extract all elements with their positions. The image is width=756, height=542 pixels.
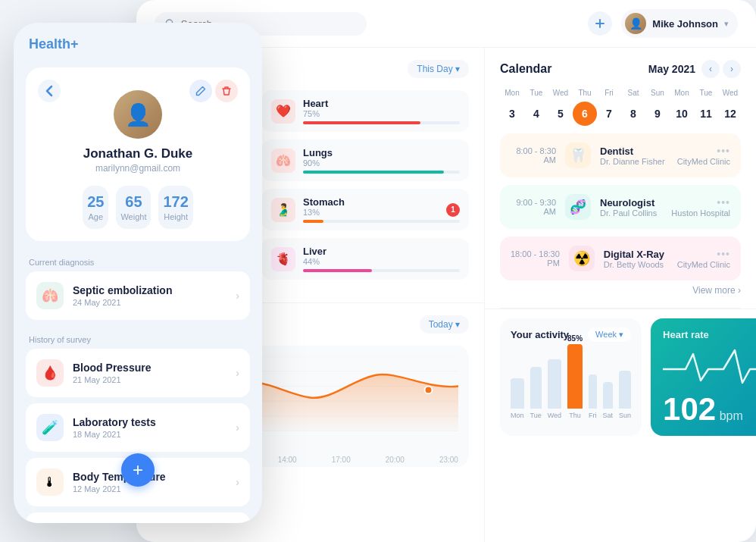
history-title-1: Laboratory tests	[73, 416, 236, 428]
organ-stomach[interactable]: 🫃 Stomach 13% 1	[262, 189, 469, 230]
current-diagnosis-title: Septic embolization	[73, 284, 236, 296]
cal-day-wed5[interactable]: Wed 5	[548, 89, 573, 126]
appt-title-neurologist: Neurologist	[600, 197, 662, 208]
activity-bar-tue-bar	[530, 367, 542, 409]
liver-bar	[303, 269, 460, 272]
activity-section: Your activity Week ▾ Mon Tue	[500, 318, 642, 436]
cal-day-thu6[interactable]: Thu 6	[573, 89, 597, 126]
stomach-info: Stomach 13%	[303, 196, 460, 223]
stat-height: 172 Height	[158, 186, 192, 229]
activity-bar-sat: Sat	[603, 382, 614, 419]
heart-rate-section: Heart rate 102 bpm	[651, 318, 756, 436]
stat-height-label: Height	[163, 212, 188, 221]
topbar-right: 👤 Mike Johnson ▾	[588, 9, 738, 38]
appt-menu-neurologist[interactable]: •••	[671, 196, 730, 208]
bp-x-2000: 20:00	[386, 456, 405, 464]
cal-day-fri7[interactable]: Fri 7	[597, 89, 621, 126]
heart-info: Heart 75%	[303, 98, 460, 124]
cal-day-tue4[interactable]: Tue 4	[524, 89, 548, 126]
stats-row: 25 Age 65 Weight 172 Height	[83, 186, 193, 229]
user-name: Mike Johnson	[652, 18, 718, 30]
calendar-next-button[interactable]: ›	[723, 60, 741, 78]
cal-day-num-4[interactable]: 7	[597, 102, 621, 126]
organ-liver[interactable]: 🫀 Liver 44%	[262, 238, 469, 280]
history-item-0[interactable]: 🩸 Blood Pressure 21 May 2021 ›	[26, 349, 250, 397]
activity-bar-sat-bar	[603, 382, 614, 409]
appt-info-xray: Digital X-Ray Dr. Betty Woods	[604, 249, 668, 269]
history-item-3[interactable]: 🧪 Laboratory tests 10 May 2021 ›	[26, 512, 250, 523]
appt-clinic-dentist: CityMed Clinic	[677, 157, 730, 166]
calendar-title: Calendar	[500, 62, 551, 76]
cal-day-name-1: Tue	[524, 89, 548, 97]
cal-day-num-3[interactable]: 6	[573, 102, 597, 126]
history-item-1[interactable]: 🧪 Laboratory tests 18 May 2021 ›	[26, 403, 250, 452]
profile-email: marilynn@gmail.com	[95, 163, 180, 174]
bp-x-1400: 14:00	[278, 456, 297, 464]
activity-filter[interactable]: Week ▾	[588, 327, 631, 342]
bp-filter-pill[interactable]: Today ▾	[420, 315, 469, 334]
cal-day-num-2[interactable]: 5	[548, 102, 573, 126]
cal-day-num-8[interactable]: 11	[694, 102, 718, 126]
back-button[interactable]	[38, 80, 61, 102]
stomach-badge: 1	[446, 203, 460, 217]
appt-menu-xray[interactable]: •••	[677, 248, 730, 260]
stomach-bar-fill	[303, 220, 323, 223]
appointment-dentist[interactable]: 8:00 - 8:30 AM 🦷 Dentist Dr. Dianne Fish…	[500, 133, 741, 177]
cal-day-mon3[interactable]: Mon 3	[500, 89, 524, 126]
lungs-icon: 🫁	[271, 149, 295, 173]
ecg-svg	[663, 346, 756, 384]
activity-bar-mon: Mon	[511, 378, 524, 419]
mobile-title-health: Health	[29, 36, 70, 52]
activity-day-fri: Fri	[589, 412, 597, 419]
cal-day-tue11[interactable]: Tue 11	[694, 89, 718, 126]
delete-button[interactable]	[215, 80, 238, 102]
cal-day-sun9[interactable]: Sun 9	[645, 89, 670, 126]
stomach-pct: 13%	[303, 208, 460, 217]
calendar-days: Mon 3 Tue 4 Wed 5 Thu 6	[500, 89, 741, 126]
stat-height-value: 172	[163, 193, 188, 211]
cal-day-num-5[interactable]: 8	[621, 102, 645, 126]
history-arrow-1: ›	[236, 421, 239, 434]
cal-day-num-0[interactable]: 3	[500, 102, 524, 126]
history-label: History of survey	[14, 326, 262, 349]
cal-day-num-1[interactable]: 4	[524, 102, 548, 126]
liver-pct: 44%	[303, 257, 460, 266]
activity-pct-thu: 85%	[567, 334, 583, 343]
cal-day-num-9[interactable]: 12	[718, 102, 742, 126]
liver-info: Liver 44%	[303, 246, 460, 272]
appointment-xray[interactable]: 18:00 - 18:30 PM ☢️ Digital X-Ray Dr. Be…	[500, 237, 741, 280]
appt-info-dentist: Dentist Dr. Dianne Fisher	[600, 146, 668, 166]
diagnosis-icon-lungs: 🫁	[36, 282, 64, 309]
fab-add-button[interactable]: +	[121, 453, 155, 487]
add-top-button[interactable]	[588, 11, 612, 36]
cal-day-wed12[interactable]: Wed 12	[718, 89, 742, 126]
current-diagnosis-item[interactable]: 🫁 Septic embolization 24 May 2021 ›	[26, 271, 250, 320]
diagnosis-filter-pill[interactable]: This Day ▾	[408, 60, 469, 78]
edit-button[interactable]	[189, 80, 212, 102]
liver-icon: 🫀	[271, 247, 295, 271]
view-more-link[interactable]: View more ›	[500, 280, 741, 296]
cal-day-num-6[interactable]: 9	[645, 102, 670, 126]
mobile-card: Health+ 👤 Jonathan G. D	[14, 23, 262, 523]
appt-menu-dentist[interactable]: •••	[677, 145, 730, 157]
cal-day-num-7[interactable]: 10	[670, 102, 694, 126]
organ-heart[interactable]: ❤️ Heart 75%	[262, 90, 469, 132]
user-badge[interactable]: 👤 Mike Johnson ▾	[621, 9, 738, 38]
calendar-prev-button[interactable]: ‹	[701, 60, 720, 78]
app-wrapper: Health+ 👤 Jonathan G. D	[0, 0, 756, 542]
bp-x-2300: 23:00	[439, 456, 458, 464]
current-diagnosis-label: Current diagnosis	[14, 249, 262, 271]
organ-lungs[interactable]: 🫁 Lungs 90%	[262, 139, 469, 181]
activity-day-wed: Wed	[548, 412, 561, 419]
history-text-2: Body Temperature 12 May 2021	[73, 471, 236, 493]
cal-day-sat8[interactable]: Sat 8	[621, 89, 645, 126]
lungs-pct: 90%	[303, 158, 460, 168]
diagnosis-text: Septic embolization 24 May 2021	[73, 284, 236, 307]
heart-icon: ❤️	[271, 99, 295, 124]
appt-period-dentist: AM	[511, 155, 556, 164]
cal-day-name-5: Sat	[621, 89, 645, 97]
appt-title-xray: Digital X-Ray	[604, 249, 668, 260]
appointment-neurologist[interactable]: 9:00 - 9:30 AM 🧬 Neurologist Dr. Paul Co…	[500, 185, 741, 229]
cal-day-mon10[interactable]: Mon 10	[670, 89, 694, 126]
cal-day-name-6: Sun	[645, 89, 670, 97]
